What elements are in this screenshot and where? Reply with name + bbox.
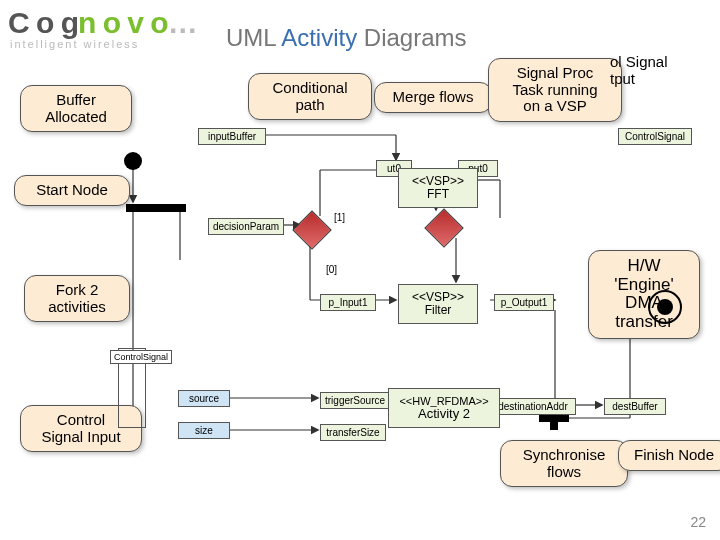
callout-merge-flows: Merge flows: [374, 82, 492, 113]
activity-name: Activity 2: [397, 407, 491, 421]
activity-name: Filter: [407, 304, 469, 317]
callout-conditional-path: Conditionalpath: [248, 73, 372, 120]
callout-text: Conditionalpath: [272, 79, 347, 113]
bluebox-source: source: [178, 390, 230, 407]
callout-text: ControlSignal Input: [41, 411, 120, 445]
fork-bar: [126, 204, 186, 212]
activity-fft: <<VSP>> FFT: [398, 168, 478, 208]
callout-ctrl-out-partial: ol Signaltput: [610, 54, 668, 87]
callout-start-node: Start Node: [14, 175, 130, 206]
pin-control-signal: ControlSignal: [618, 128, 692, 145]
callout-text: BufferAllocated: [45, 91, 107, 125]
finish-node: [648, 290, 682, 324]
page-number: 22: [690, 514, 706, 530]
pin-p-input1: p_Input1: [320, 294, 376, 311]
activity-rfdma: <<HW_RFDMA>> Activity 2: [388, 388, 500, 428]
pin-p-output1: p_Output1: [494, 294, 554, 311]
callout-sync-flows: Synchroniseflows: [500, 440, 628, 487]
callout-text: Signal ProcTask runningon a VSP: [512, 64, 597, 114]
callout-signal-proc: Signal ProcTask runningon a VSP: [488, 58, 622, 122]
sync-bar: [539, 414, 569, 422]
callout-finish-node: Finish Node: [618, 440, 720, 471]
guard-zero: [0]: [326, 264, 337, 275]
callout-buffer-allocated: BufferAllocated: [20, 85, 132, 132]
guard-one: [1]: [334, 212, 345, 223]
callout-fork2: Fork 2activities: [24, 275, 130, 322]
activity-filter: <<VSP>> Filter: [398, 284, 478, 324]
callout-text: Synchroniseflows: [523, 446, 606, 480]
callout-text: Finish Node: [634, 446, 714, 463]
callout-text: Merge flows: [393, 88, 474, 105]
start-node: [124, 152, 142, 170]
pin-dest-addr: destinationAddr: [490, 398, 576, 415]
bluebox-size: size: [178, 422, 230, 439]
activity-name: FFT: [407, 188, 469, 201]
callout-text: Start Node: [36, 181, 108, 198]
pin-dest-buffer: destBuffer: [604, 398, 666, 415]
pin-trigger-source: triggerSource: [320, 392, 390, 409]
callout-text: Fork 2activities: [48, 281, 106, 315]
finish-node-inner: [657, 299, 673, 315]
callout-hw-engine: H/W'Engine'DMAtransfer: [588, 250, 700, 339]
pin-input-buffer: inputBuffer: [198, 128, 266, 145]
control-signal-frame-label: ControlSignal: [110, 350, 172, 364]
pin-decision-param: decisionParam: [208, 218, 284, 235]
callout-text: ol Signaltput: [610, 53, 668, 87]
pin-transfer-size: transferSize: [320, 424, 386, 441]
